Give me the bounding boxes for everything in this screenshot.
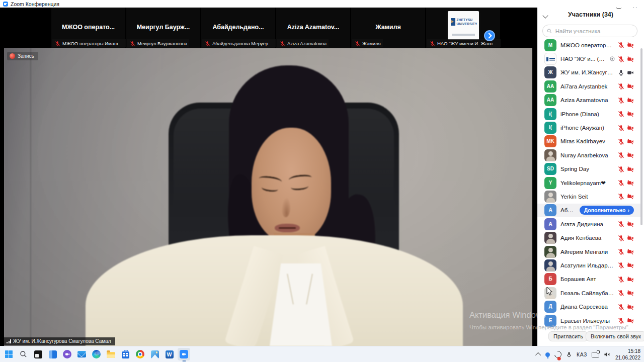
participant-avatar (544, 149, 556, 161)
participant-row[interactable]: AAAziza Azamatovna (537, 94, 640, 107)
mic-muted-icon (618, 262, 624, 268)
file-explorer-icon (107, 352, 115, 358)
participant-row[interactable]: ББорашев Аят (537, 273, 640, 286)
participant-avatar: Д (544, 301, 556, 313)
taskbar-task-view-button[interactable] (32, 348, 44, 360)
participant-row[interactable]: ААгата Дидичина (537, 217, 640, 231)
camera-off-icon (627, 179, 634, 186)
taskbar-snap-app-button[interactable] (46, 348, 59, 360)
participant-name: Ai7ara Arystanbek (560, 83, 615, 89)
speaker-scene (4, 48, 532, 346)
mic-muted-icon (618, 166, 624, 172)
display-icon[interactable] (592, 352, 599, 357)
panel-footer: Пригласить Включить свой звук (537, 329, 644, 346)
video-thumbnail[interactable]: Меиргул Баурж... Меиргул Бауржановна (126, 8, 201, 48)
mic-muted-icon (618, 56, 624, 62)
participant-avatar: AA (544, 94, 556, 106)
participant-row[interactable]: Адия Кенбаева (537, 231, 640, 244)
mic-tray-icon[interactable] (566, 351, 572, 358)
thumbnail-name: Жамиля (351, 24, 425, 31)
language-indicator[interactable]: КАЗ (577, 351, 587, 357)
taskbar-clock[interactable]: 15:18 21.06.2022 (615, 348, 642, 361)
participant-row[interactable]: Nuray Anarbekova (537, 148, 640, 162)
participant-row[interactable]: НАО "ЖУ и... (Организатор) (537, 52, 640, 65)
title-bar: Zoom Конференция (0, 0, 644, 8)
volume-muted-icon[interactable] (604, 351, 611, 357)
more-button[interactable]: Дополнительно › (580, 206, 634, 215)
zoom-app-icon (3, 2, 8, 7)
participant-avatar: Y (544, 177, 556, 189)
mic-on-icon (618, 69, 624, 76)
thumbnail-label: Меиргул Бауржановна (127, 39, 189, 47)
participant-row[interactable]: Асатулин Ильдар РЯЛ-411 (537, 258, 640, 272)
video-thumbnail[interactable]: Жамиля Жамиля (351, 8, 426, 48)
thumbnail-label: МЖОО операторы Имашев... (52, 39, 126, 47)
participant-row[interactable]: i(iPhone (Diana) (537, 107, 640, 121)
search-input[interactable] (554, 28, 633, 35)
unmute-button[interactable]: Включить свой звук (586, 331, 644, 341)
taskbar-edge-button[interactable] (90, 348, 103, 360)
participant-row[interactable]: Yerkin Seit (537, 190, 640, 203)
thumbnail-name: Меиргул Баурж... (126, 24, 200, 31)
video-thumbnail[interactable]: ZHETYSUUNIVERSITY НАО "ЖУ имени И. Жансу… (426, 8, 501, 48)
taskbar-photos-button[interactable] (148, 348, 161, 360)
video-thumbnail[interactable]: Aziza Azamatov... Aziza Azamatovna (276, 8, 351, 48)
invite-button[interactable]: Пригласить (548, 331, 588, 341)
chevron-up-icon[interactable] (537, 352, 541, 356)
snap-app-icon (49, 350, 57, 358)
next-page-button[interactable] (484, 30, 495, 41)
participant-avatar: i( (544, 108, 556, 120)
thumbnail-label: Абайдельданова Меруерт К... (202, 39, 276, 47)
participant-row[interactable]: ДДиана Сарсекова (537, 300, 640, 313)
scrollbar[interactable] (640, 48, 642, 225)
participant-row[interactable]: ММЖОО операторы Имаше... (Я) (537, 38, 640, 52)
thumbnail-label: Жамиля (352, 39, 383, 47)
participant-avatar: Ж (544, 66, 556, 78)
search-icon (20, 350, 27, 358)
participant-name: Ерасыл Ильясұлы (560, 318, 615, 324)
taskbar-store-button[interactable] (119, 348, 132, 360)
participant-name: iPhone (Аяужан) (560, 125, 615, 131)
system-tray: КАЗ 15:18 21.06.2022 (537, 346, 642, 362)
taskbar-search-button[interactable] (17, 348, 30, 360)
participant-row[interactable]: MKMiras Kadirbayev (537, 135, 640, 148)
camera-off-icon (627, 97, 634, 104)
mic-muted-icon (618, 83, 624, 89)
participant-avatar: AA (544, 80, 556, 93)
video-thumbnail[interactable]: Абайдельдано... Абайдельданова Меруерт К… (201, 8, 276, 48)
pin-icon[interactable] (545, 352, 550, 357)
participant-row[interactable]: AAAi7ara Arystanbek (537, 79, 640, 93)
mic-muted-icon (55, 41, 60, 46)
participant-row[interactable]: ААбайдельдано...Дополнительно › (537, 204, 640, 217)
taskbar-mail-button[interactable] (75, 348, 88, 360)
mic-muted-icon (130, 41, 135, 46)
taskbar-file-explorer-button[interactable] (105, 348, 117, 360)
thumbnail-strip: МЖОО операто... МЖОО операторы Имашев...… (0, 8, 537, 48)
sync-icon[interactable] (554, 351, 561, 358)
participant-row[interactable]: Айгерим Менгали (537, 245, 640, 258)
search-box[interactable] (542, 25, 637, 37)
taskbar-word-button[interactable]: W (163, 348, 176, 360)
participant-name: iPhone (Diana) (560, 111, 615, 117)
task-view-icon (34, 350, 42, 358)
participant-row[interactable]: YYelikolepnayam❤ (537, 176, 640, 190)
taskbar-chrome-button[interactable] (134, 348, 146, 360)
participant-row[interactable]: SDSpring Day (537, 162, 640, 176)
window-title: Zoom Конференция (11, 1, 59, 7)
participant-name: Агата Дидичина (560, 221, 615, 227)
mic-muted-icon (618, 125, 624, 131)
zoom-app-window: Zoom Конференция МЖОО операто... МЖОО оп… (0, 0, 644, 362)
windows-activation-watermark: Активация Windows (469, 310, 546, 320)
mic-muted-icon (618, 276, 624, 283)
participant-name: Yelikolepnayam❤ (560, 179, 615, 187)
university-emblem-icon (451, 18, 455, 26)
participant-avatar: Б (544, 273, 556, 285)
participant-name: Адия Кенбаева (560, 235, 615, 241)
participant-row[interactable]: ЖЖУ им. И.Жансугурова Смагул... (537, 66, 640, 79)
taskbar-video-chat-app-button[interactable] (61, 348, 73, 360)
taskbar-zoom-button[interactable] (178, 348, 190, 360)
participant-row[interactable]: i(iPhone (Аяужан) (537, 121, 640, 134)
video-thumbnail[interactable]: МЖОО операто... МЖОО операторы Имашев... (51, 8, 126, 48)
taskbar-start-button[interactable] (3, 348, 15, 360)
mic-muted-icon (618, 152, 624, 158)
